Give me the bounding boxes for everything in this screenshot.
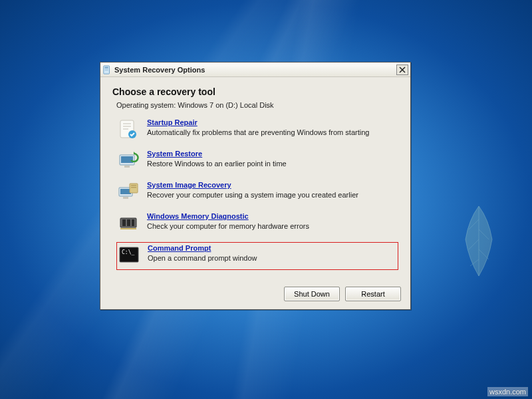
svg-rect-1 — [105, 66, 108, 68]
restart-button[interactable]: Restart — [345, 287, 401, 301]
svg-rect-7 — [121, 156, 133, 163]
wallpaper-leaf — [452, 200, 505, 279]
svg-rect-3 — [105, 70, 108, 70]
tool-list: Startup Repair Automatically fix problem… — [116, 117, 398, 270]
memory-diagnostic-link[interactable]: Windows Memory Diagnostic — [147, 212, 249, 220]
heading: Choose a recovery tool — [112, 86, 398, 97]
memory-diagnostic-icon — [118, 212, 139, 233]
recovery-options-dialog: System Recovery Options Choose a recover… — [100, 62, 411, 310]
system-restore-icon — [118, 150, 139, 171]
tool-memory-diagnostic: Windows Memory Diagnostic Check your com… — [116, 211, 398, 235]
close-button[interactable] — [396, 65, 408, 75]
svg-rect-17 — [127, 219, 130, 226]
svg-rect-14 — [131, 187, 136, 188]
system-image-recovery-link[interactable]: System Image Recovery — [147, 181, 231, 189]
tool-system-restore: System Restore Restore Windows to an ear… — [116, 148, 398, 172]
svg-rect-13 — [131, 185, 136, 186]
subheading: Operating system: Windows 7 on (D:) Loca… — [116, 101, 398, 109]
command-prompt-icon: C:\_ — [118, 244, 140, 265]
startup-repair-icon — [118, 118, 139, 140]
svg-rect-8 — [124, 166, 130, 168]
system-image-recovery-desc: Recover your computer using a system ima… — [147, 191, 358, 199]
svg-text:C:\_: C:\_ — [122, 249, 134, 255]
tool-system-image-recovery: System Image Recovery Recover your compu… — [116, 180, 398, 203]
svg-rect-2 — [105, 68, 108, 69]
dialog-content: Choose a recovery tool Operating system:… — [100, 77, 410, 283]
startup-repair-desc: Automatically fix problems that are prev… — [147, 128, 369, 136]
tool-command-prompt: C:\_ Command Prompt Open a command promp… — [116, 242, 398, 270]
system-restore-link[interactable]: System Restore — [147, 150, 202, 158]
command-prompt-desc: Open a command prompt window — [148, 254, 257, 262]
svg-rect-11 — [123, 197, 128, 199]
titlebar-title: System Recovery Options — [114, 66, 396, 74]
app-icon — [102, 65, 112, 74]
shutdown-button[interactable]: Shut Down — [284, 287, 340, 301]
system-image-recovery-icon — [118, 181, 139, 202]
button-row: Shut Down Restart — [100, 283, 410, 309]
tool-startup-repair: Startup Repair Automatically fix problem… — [116, 117, 398, 141]
memory-diagnostic-desc: Check your computer for memory hardware … — [147, 222, 309, 230]
svg-rect-16 — [122, 219, 126, 226]
watermark: wsxdn.com — [487, 387, 528, 396]
titlebar: System Recovery Options — [100, 63, 410, 77]
command-prompt-link[interactable]: Command Prompt — [148, 244, 211, 252]
startup-repair-link[interactable]: Startup Repair — [147, 118, 198, 126]
system-restore-desc: Restore Windows to an earlier point in t… — [147, 160, 287, 168]
svg-rect-18 — [132, 219, 134, 226]
